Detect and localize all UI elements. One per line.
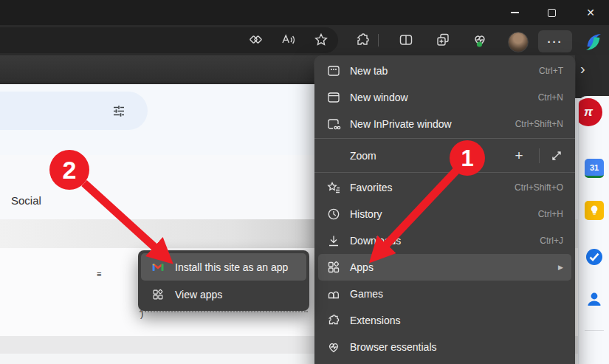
view-apps-icon: [151, 288, 165, 301]
apps-submenu: Install this site as an app View apps: [138, 250, 309, 311]
read-aloud-icon[interactable]: [280, 32, 296, 48]
restore-button[interactable]: [534, 0, 568, 25]
menu-item-shortcut: Ctrl+Shift+N: [515, 119, 563, 129]
gmail-icon: [151, 261, 165, 274]
minimize-icon: [511, 12, 519, 13]
calendar-day: 31: [590, 163, 599, 172]
page-text-fragment: ≡: [97, 269, 101, 278]
close-icon: ✕: [586, 7, 595, 18]
menu-item-favorites[interactable]: Favorites Ctrl+Shift+O: [314, 174, 575, 201]
menu-item-new-inprivate-window[interactable]: New InPrivate window Ctrl+Shift+N: [314, 111, 575, 137]
browser-essentials-toolbar-icon[interactable]: [472, 32, 488, 48]
copilot-icon[interactable]: [584, 32, 603, 52]
menu-item-zoom: Zoom − +: [314, 140, 575, 171]
menu-item-apps[interactable]: Apps ▶: [318, 254, 571, 281]
gmail-side-panel: π 31: [578, 96, 609, 364]
menu-item-shortcut: Ctrl+H: [538, 209, 563, 219]
menu-item-label: Favorites: [350, 182, 515, 193]
menu-item-label: Extensions: [350, 315, 563, 326]
keep-icon[interactable]: [585, 201, 604, 220]
menu-item-downloads[interactable]: Downloads Ctrl+J: [314, 227, 575, 254]
new-tab-icon: [326, 63, 341, 78]
history-icon: [326, 207, 341, 222]
minimize-button[interactable]: [498, 0, 531, 25]
search-options-icon[interactable]: [111, 103, 127, 119]
zoom-divider: [539, 148, 540, 163]
addon-badge-icon[interactable]: π: [578, 98, 602, 126]
menu-item-games[interactable]: Games: [314, 281, 575, 307]
zoom-label: Zoom: [350, 150, 376, 162]
settings-menu: New tab Ctrl+T New window Ctrl+N New InP…: [314, 56, 575, 364]
favorites-star-icon[interactable]: [313, 32, 329, 48]
fullscreen-icon[interactable]: [550, 149, 563, 162]
shopping-icon[interactable]: [248, 32, 264, 48]
menu-item-label: Downloads: [350, 235, 540, 247]
submenu-item-label: Install this site as an app: [175, 261, 288, 273]
menu-item-shortcut: Ctrl+J: [540, 236, 563, 246]
submenu-item-view-apps[interactable]: View apps: [141, 281, 306, 308]
close-button[interactable]: ✕: [574, 0, 608, 25]
category-tab-social[interactable]: Social: [11, 194, 41, 207]
new-window-icon: [326, 90, 341, 105]
menu-item-label: History: [350, 208, 538, 220]
submenu-item-install-site-as-app[interactable]: Install this site as an app: [141, 253, 306, 281]
extensions-toolbar-icon[interactable]: [354, 32, 371, 48]
collections-icon[interactable]: [435, 32, 451, 48]
browser-toolbar: ···: [0, 25, 609, 55]
games-icon: [326, 286, 341, 301]
addon-badge-label: π: [584, 105, 593, 120]
zoom-in-button[interactable]: +: [509, 148, 529, 164]
focus-dashes: [140, 311, 308, 312]
menu-item-new-tab[interactable]: New tab Ctrl+T: [314, 58, 575, 84]
menu-item-label: New window: [350, 92, 538, 103]
menu-divider: [314, 172, 575, 173]
zoom-out-button[interactable]: −: [461, 148, 480, 164]
browser-essentials-icon: [326, 340, 341, 354]
submenu-arrow-icon: ▶: [558, 264, 563, 271]
menu-item-label: Games: [350, 288, 563, 300]
contacts-icon[interactable]: [585, 289, 604, 309]
split-screen-icon[interactable]: [398, 32, 414, 48]
sidebar-expand-icon[interactable]: ›: [580, 61, 585, 76]
menu-divider: [314, 138, 575, 139]
menu-item-new-window[interactable]: New window Ctrl+N: [314, 84, 575, 111]
menu-item-extensions[interactable]: Extensions: [314, 307, 575, 334]
menu-item-browser-essentials[interactable]: Browser essentials: [314, 334, 575, 360]
side-panel-divider: [585, 330, 604, 331]
toolbar-divider: [378, 34, 379, 47]
submenu-item-label: View apps: [175, 289, 222, 301]
tasks-icon[interactable]: [585, 247, 604, 267]
apps-icon: [326, 260, 341, 275]
more-icon: ···: [548, 35, 563, 48]
titlebar: ✕: [0, 0, 609, 25]
settings-more-button[interactable]: ···: [538, 30, 572, 52]
menu-item-history[interactable]: History Ctrl+H: [314, 201, 575, 227]
menu-item-label: New InPrivate window: [350, 118, 515, 130]
menu-item-shortcut: Ctrl+T: [539, 66, 563, 76]
favorites-icon: [326, 180, 341, 195]
profile-avatar[interactable]: [508, 32, 529, 52]
menu-item-label: Browser essentials: [350, 341, 563, 353]
menu-item-shortcut: Ctrl+N: [538, 92, 563, 103]
menu-item-shortcut: Ctrl+Shift+O: [515, 182, 563, 193]
extensions-icon: [326, 313, 341, 328]
calendar-icon[interactable]: 31: [585, 159, 604, 178]
menu-item-label: Apps: [350, 261, 558, 273]
menu-item-label: New tab: [350, 65, 539, 77]
restore-icon: [548, 9, 556, 17]
downloads-icon: [326, 233, 341, 248]
inprivate-icon: [326, 117, 341, 131]
